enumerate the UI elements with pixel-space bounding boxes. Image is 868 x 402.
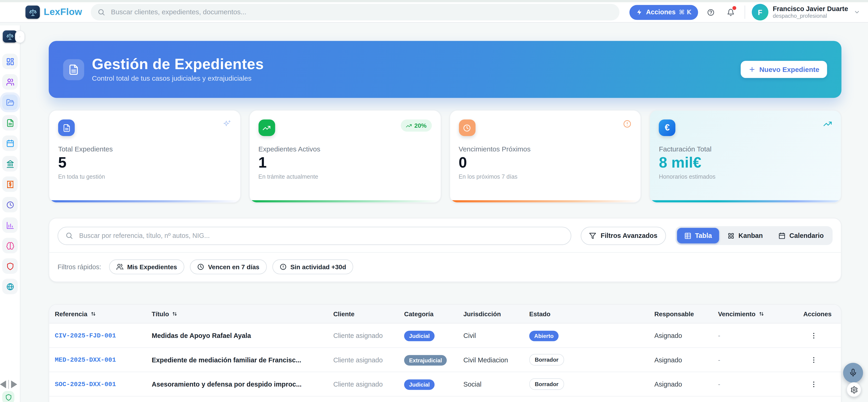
sidebar-item-ai[interactable] — [2, 238, 18, 253]
column-header-estado: Estado — [529, 310, 654, 317]
stat-card-active[interactable]: 20% Expedientes Activos 1 En trámite act… — [249, 110, 441, 203]
case-reference-link[interactable]: CIV-2025-FJD-001 — [55, 332, 152, 339]
stat-card-deadlines[interactable]: Vencimientos Próximos 0 En los próximos … — [449, 110, 641, 203]
actions-label: Acciones — [646, 8, 676, 16]
case-client: Cliente asignado — [333, 380, 404, 388]
case-search[interactable] — [58, 227, 571, 245]
calendar-icon — [778, 232, 785, 239]
sidebar — [0, 25, 21, 402]
search-icon — [65, 232, 73, 239]
sort-icon[interactable] — [90, 311, 96, 317]
help-icon — [707, 7, 715, 17]
stat-card-billing[interactable]: € Facturación Total 8 mil€ Honorarios es… — [650, 110, 841, 203]
stat-label: Expedientes Activos — [258, 145, 431, 153]
back-arrow-button[interactable] — [0, 380, 6, 389]
category-badge: Judicial — [404, 331, 435, 341]
case-reference-link[interactable]: MED-2025-DXX-001 — [55, 356, 152, 363]
view-tab-calendar[interactable]: Calendario — [771, 228, 831, 243]
sidebar-item-dashboard[interactable] — [2, 54, 18, 69]
case-due-date: - — [718, 332, 803, 339]
app-window: LexFlow Acciones ⌘ K F Francisco Javier … — [0, 0, 868, 402]
stat-accent-bar — [249, 200, 440, 203]
stat-caption: En trámite actualmente — [258, 173, 431, 180]
sidebar-item-cases[interactable] — [2, 95, 18, 110]
landmark-icon — [6, 160, 14, 168]
brain-icon — [6, 241, 14, 249]
column-header-referencia[interactable]: Referencia — [55, 310, 152, 317]
case-responsible: Asignado — [654, 356, 718, 364]
forward-arrow-button[interactable] — [11, 380, 17, 389]
sidebar-item-calendar[interactable] — [2, 136, 18, 151]
brand[interactable]: LexFlow — [25, 5, 82, 19]
quick-filters-label: Filtros rápidos: — [58, 263, 101, 271]
stat-value: 8 mil€ — [659, 155, 832, 171]
row-actions-button[interactable] — [807, 353, 821, 367]
user-menu[interactable]: F Francisco Javier Duarte despacho_profe… — [752, 4, 860, 21]
column-header-titulo[interactable]: Título — [152, 310, 333, 317]
case-due-date: - — [718, 380, 803, 388]
sort-icon[interactable] — [172, 311, 178, 317]
table-icon — [684, 232, 691, 239]
view-tab-kanban[interactable]: Kanban — [720, 228, 770, 243]
sort-icon[interactable] — [758, 311, 764, 317]
table-row[interactable]: MED-2025-DXX-001 Expediente de mediación… — [50, 348, 841, 372]
sidebar-item-documents[interactable] — [2, 115, 18, 131]
case-search-input[interactable] — [78, 231, 563, 240]
sidebar-item-billing[interactable] — [2, 176, 18, 192]
quick-filter-due-7-days[interactable]: Vencen en 7 días — [190, 259, 267, 274]
status-badge: Abierto — [529, 331, 559, 341]
globe-icon — [6, 282, 14, 291]
notification-dot — [732, 6, 736, 10]
sidebar-item-web[interactable] — [2, 279, 18, 294]
case-reference-link[interactable]: SOC-2025-DXX-001 — [55, 380, 152, 388]
row-actions-button[interactable] — [807, 377, 821, 391]
global-search-input[interactable] — [110, 8, 613, 16]
page-title: Gestión de Expedientes — [92, 57, 264, 73]
bar-chart-icon — [6, 221, 14, 229]
advanced-filters-button[interactable]: Filtros Avanzados — [581, 227, 665, 245]
user-workspace: despacho_profesional — [773, 13, 848, 20]
quick-filter-no-activity[interactable]: Sin actividad +30d — [272, 259, 353, 274]
column-header-cliente: Cliente — [333, 310, 404, 317]
new-case-button[interactable]: Nuevo Expediente — [740, 61, 827, 78]
help-button[interactable] — [704, 5, 718, 20]
search-icon — [98, 8, 105, 16]
clock-icon — [6, 201, 14, 209]
actions-button[interactable]: Acciones ⌘ K — [629, 5, 698, 20]
column-header-acciones: Acciones — [803, 310, 841, 317]
table-row[interactable]: CIV-2025-FJD-001 Medidas de Apoyo Rafael… — [50, 324, 841, 348]
trend-badge: 20% — [401, 120, 431, 132]
case-title: Asesoramiento y defensa por despido impr… — [152, 380, 333, 388]
stat-label: Total Expedientes — [58, 145, 231, 153]
microphone-button[interactable] — [843, 363, 863, 382]
notifications-button[interactable] — [723, 5, 738, 20]
sidebar-item-reports[interactable] — [2, 217, 18, 233]
sidebar-item-clients[interactable] — [2, 74, 18, 90]
file-text-icon — [6, 119, 14, 127]
case-jurisdiction: Civil Mediacion — [463, 356, 529, 364]
clock-icon — [197, 263, 204, 270]
view-tab-table[interactable]: Tabla — [677, 228, 719, 243]
row-actions-button[interactable] — [807, 328, 821, 342]
table-row[interactable]: SOC-2025-DXX-001 Asesoramiento y defensa… — [50, 372, 841, 397]
page-navigation — [0, 380, 17, 389]
filter-panel: Filtros Avanzados Tabla Kanban Calendari… — [49, 218, 841, 282]
divider — [50, 252, 841, 253]
table-header-row: Referencia Título Cliente Categoría Juri… — [50, 305, 841, 324]
sidebar-item-time[interactable] — [2, 197, 18, 212]
sidebar-item-courts[interactable] — [2, 156, 18, 171]
column-header-vencimiento[interactable]: Vencimiento — [718, 310, 803, 317]
settings-button[interactable] — [846, 382, 862, 397]
sidebar-item-security[interactable] — [2, 258, 18, 274]
global-search[interactable] — [91, 4, 619, 21]
privacy-shield-button[interactable] — [2, 391, 14, 402]
new-case-label: Nuevo Expediente — [759, 65, 819, 73]
sidebar-expand-button[interactable] — [15, 30, 25, 43]
gear-icon — [850, 386, 858, 394]
column-header-categoria: Categoría — [404, 310, 463, 317]
case-responsible: Asignado — [654, 332, 718, 339]
stat-card-total[interactable]: Total Expedientes 5 En toda tu gestión — [49, 110, 241, 203]
stat-value: 0 — [459, 155, 632, 171]
quick-filter-my-cases[interactable]: Mis Expedientes — [109, 259, 184, 274]
funnel-icon — [589, 232, 596, 239]
